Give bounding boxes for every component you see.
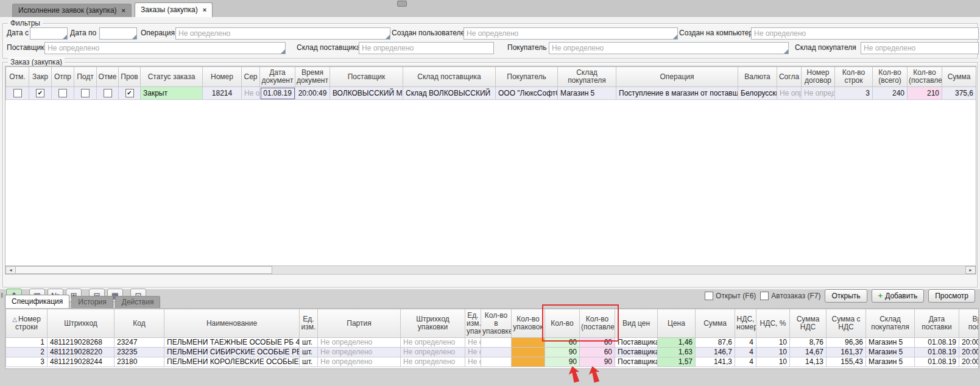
col-confirmed[interactable]: Подт [74, 67, 97, 87]
cell-vat-pct[interactable]: 10 [756, 357, 790, 367]
add-button[interactable]: +Добавить [872, 289, 925, 303]
col-doc-time[interactable]: Время документ [295, 67, 330, 87]
col-batch[interactable]: Партия [318, 309, 401, 338]
checkbox-unchecked[interactable] [104, 89, 112, 97]
cell-checked[interactable]: ✔ [119, 87, 141, 100]
cell-operation[interactable]: Поступление в магазин от поставщик [616, 87, 738, 100]
cell-pack-unit[interactable]: Не о [465, 357, 481, 367]
cell-date[interactable]: 01.08.19 [915, 338, 959, 348]
cell-qty-per-pack[interactable] [481, 338, 512, 348]
col-packs[interactable]: Кол-во упаковок [512, 309, 545, 338]
cell-sum[interactable]: 141,3 [696, 357, 735, 367]
cell-canceled[interactable] [97, 87, 119, 100]
cell-packs[interactable] [512, 348, 545, 357]
col-status[interactable]: Статус заказа [141, 67, 203, 87]
cell-status[interactable]: Закрыт [141, 87, 203, 100]
combo-corner-icon[interactable] [281, 49, 285, 54]
cell-lines[interactable]: 3 [835, 87, 873, 100]
checkbox-unchecked[interactable] [58, 89, 67, 97]
col-qty[interactable]: Кол-во [545, 309, 580, 338]
cell-unit[interactable]: шт. [300, 338, 318, 348]
cell-price-kind[interactable]: Поставщика (с [615, 338, 658, 348]
cell-sum-with-vat[interactable]: 161,37 [827, 348, 866, 357]
col-supplier-wh[interactable]: Склад поставщика [403, 67, 496, 87]
buyer-input[interactable]: Не определено [549, 42, 789, 54]
col-doc-date[interactable]: Дата документ [260, 67, 295, 87]
cell-name[interactable]: ПЕЛЬМЕНИ ТАЕЖНЫЕ ОСОБЫЕ РБ 450Г [164, 338, 300, 348]
cell-sum-with-vat[interactable]: 96,36 [827, 338, 866, 348]
cell-sum-with-vat[interactable]: 155,43 [827, 357, 866, 367]
col-series[interactable]: Сер [242, 67, 260, 87]
cell-supplier[interactable]: ВОЛКОВЫССКИЙ МЯСО [330, 87, 403, 100]
cell-qty-per-pack[interactable] [481, 348, 512, 357]
cell-batch[interactable]: Не определено [318, 348, 401, 357]
cell-time[interactable]: 20:00:49 [959, 357, 979, 367]
scroll-right-icon[interactable]: ► [965, 266, 976, 274]
checkbox-unchecked[interactable] [705, 292, 713, 300]
cell-closed[interactable]: ✔ [29, 87, 52, 100]
cell-packs[interactable] [512, 338, 545, 348]
cell-vat-sum[interactable]: 14,67 [790, 348, 827, 357]
cell-vat-num[interactable]: 4 [735, 338, 756, 348]
col-qty-per-pack[interactable]: Кол-во в упаковке [481, 309, 512, 338]
tab-history[interactable]: История [71, 296, 113, 308]
cell-vat-sum[interactable]: 14,13 [790, 357, 827, 367]
col-vat-num[interactable]: НДС, номер [735, 309, 756, 338]
col-qty-delivered[interactable]: Кол-во (поставле [908, 67, 942, 87]
cell-date[interactable]: 01.08.19 [915, 348, 959, 357]
cell-barcode[interactable]: 4811219028220 [48, 348, 115, 357]
col-operation[interactable]: Операция [616, 67, 738, 87]
col-vat-pct[interactable]: НДС, % [756, 309, 790, 338]
col-supplier[interactable]: Поставщик [330, 67, 403, 87]
col-sent[interactable]: Отпр [52, 67, 74, 87]
close-icon[interactable]: × [203, 3, 206, 17]
cell-batch[interactable]: Не определено [318, 357, 401, 367]
cell-batch[interactable]: Не определено [318, 338, 401, 348]
checkbox-unchecked[interactable] [81, 89, 90, 97]
cell-series[interactable]: Не о [242, 87, 260, 100]
cell-number[interactable]: 18214 [203, 87, 242, 100]
col-qty-delivered[interactable]: Кол-во (поставле [580, 309, 615, 338]
cell-qty-delivered[interactable]: 90 [580, 357, 615, 367]
col-marked[interactable]: Отм. [6, 67, 29, 87]
tab-actions[interactable]: Действия [115, 296, 161, 308]
col-checked[interactable]: Пров [119, 67, 141, 87]
checkbox-unchecked[interactable] [13, 89, 22, 97]
cell-supplier-wh[interactable]: Склад ВОЛКОВЫССКИЙ [403, 87, 496, 100]
order-row[interactable]: ✔ ✔ Закрыт 18214 Не о 01.08.19 20:00:49 … [6, 87, 976, 100]
cell-packs[interactable] [512, 357, 545, 367]
cell-price[interactable]: 1,46 [658, 338, 696, 348]
cell-qty-total[interactable]: 240 [873, 87, 908, 100]
checkbox-unchecked[interactable] [760, 292, 769, 300]
cell-num[interactable]: 3 [6, 357, 48, 367]
cell-pack-barcode[interactable]: Не определено [401, 348, 465, 357]
col-lines[interactable]: Кол-во строк [835, 67, 873, 87]
open-button[interactable]: Открыть [825, 289, 867, 303]
combo-corner-icon[interactable] [386, 35, 390, 39]
col-pack-unit[interactable]: Ед. изм. упак. [465, 309, 481, 338]
cell-contract[interactable]: Не опред [802, 87, 835, 100]
cell-pack-barcode[interactable]: Не определено [401, 357, 465, 367]
cell-agreement[interactable]: Не опр [777, 87, 802, 100]
close-icon[interactable]: × [122, 4, 125, 17]
window-grip[interactable] [397, 1, 407, 7]
operation-input[interactable]: Не определено [175, 27, 390, 40]
spec-row[interactable]: 3 4811219028244 23180 ПЕЛЬМЕНИ КОРОЛЕВСК… [6, 357, 979, 367]
cell-buyer-wh[interactable]: Магазин 5 [558, 87, 616, 100]
col-qty-total[interactable]: Кол-во (всего) [873, 67, 908, 87]
col-pack-barcode[interactable]: Штрихкод упаковки [401, 309, 465, 338]
cell-wh[interactable]: Магазин 5 [866, 348, 915, 357]
combo-corner-icon[interactable] [784, 49, 788, 54]
cell-pack-unit[interactable]: Не о [465, 348, 481, 357]
checkbox-checked[interactable]: ✔ [125, 89, 134, 97]
cell-pack-barcode[interactable]: Не определено [401, 338, 465, 348]
cell-qty-delivered[interactable]: 60 [580, 338, 615, 348]
col-line-number[interactable]: △Номер строки [6, 309, 48, 338]
col-barcode[interactable]: Штрихкод [48, 309, 115, 338]
cell-currency[interactable]: Белорусский [738, 87, 777, 100]
date-from-input[interactable] [30, 27, 68, 40]
cell-vat-sum[interactable]: 8,76 [790, 338, 827, 348]
col-name[interactable]: Наименование [164, 309, 300, 338]
cell-code[interactable]: 23247 [115, 338, 164, 348]
cell-wh[interactable]: Магазин 5 [866, 357, 915, 367]
